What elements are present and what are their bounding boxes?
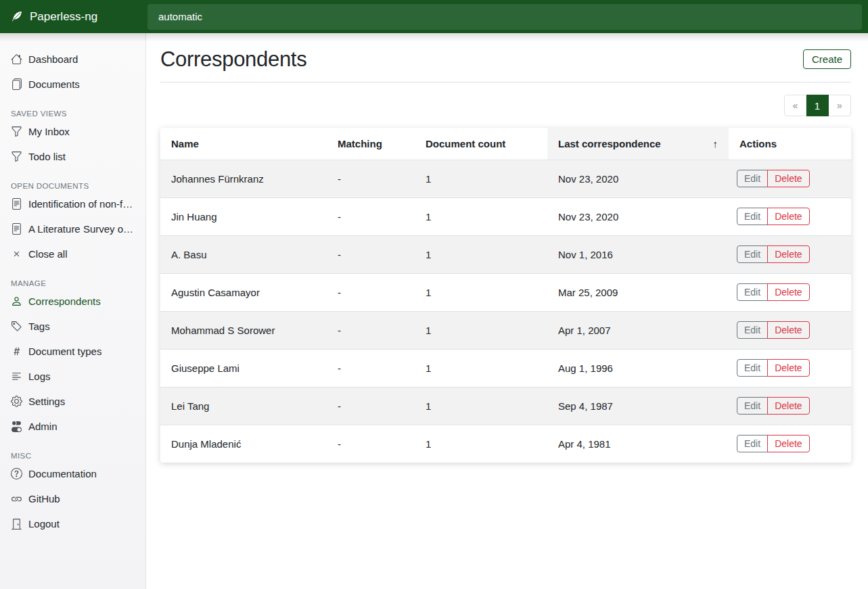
sidebar-item-label: Todo list (28, 151, 66, 162)
create-button[interactable]: Create (803, 49, 851, 69)
column-header-matching[interactable]: Matching (327, 128, 415, 160)
sidebar-item-logout[interactable]: Logout (0, 511, 145, 536)
delete-button[interactable]: Delete (767, 170, 809, 187)
sidebar-item-documents[interactable]: Documents (0, 72, 145, 97)
delete-button[interactable]: Delete (767, 283, 809, 301)
table-row: Lei Tang - 1 Sep 4, 1987 Edit Delete (160, 387, 851, 425)
row-actions: Edit Delete (737, 208, 810, 225)
row-actions: Edit Delete (737, 245, 810, 263)
matching-value: - (327, 387, 415, 425)
last-correspondence: Nov 23, 2020 (547, 160, 729, 197)
sidebar-item-label: A Literature Survey on ... (28, 223, 135, 235)
sidebar-section-title: MANAGE (0, 279, 145, 287)
sidebar-item-todo-list[interactable]: Todo list (0, 144, 145, 169)
close-icon (11, 248, 22, 260)
sidebar-item-label: Correspondents (28, 296, 101, 307)
edit-button[interactable]: Edit (737, 208, 768, 225)
delete-button[interactable]: Delete (767, 321, 809, 339)
edit-button[interactable]: Edit (737, 397, 768, 415)
document-count: 1 (415, 311, 547, 349)
app-brand[interactable]: Paperless-ng (0, 0, 146, 33)
edit-button[interactable]: Edit (737, 283, 768, 301)
brand-label: Paperless-ng (30, 10, 97, 24)
home-icon (11, 53, 22, 65)
person-icon (11, 296, 22, 307)
sidebar-item-documentation[interactable]: Documentation (0, 461, 145, 486)
pagination-next-button[interactable]: » (829, 95, 851, 116)
last-correspondence: Mar 25, 2009 (547, 273, 729, 311)
toggles-icon (11, 421, 22, 432)
sidebar-item-label: Logs (28, 371, 51, 382)
pagination-prev-button[interactable]: « (784, 95, 806, 116)
edit-button[interactable]: Edit (737, 321, 768, 339)
table-row: A. Basu - 1 Nov 1, 2016 Edit Delete (160, 235, 851, 273)
sidebar-item-label: Documentation (28, 468, 97, 479)
matching-value: - (327, 425, 415, 463)
last-correspondence: Aug 1, 1996 (547, 349, 729, 387)
file-text-icon (11, 223, 22, 235)
sidebar-section-title: MISC (0, 452, 145, 460)
delete-button[interactable]: Delete (767, 397, 809, 415)
main-content: Correspondents Create « 1 » Name Match (146, 33, 868, 589)
correspondents-table: Name Matching Document count Last corres… (160, 128, 851, 463)
table-header-row: Name Matching Document count Last corres… (160, 128, 851, 160)
delete-button[interactable]: Delete (767, 435, 809, 452)
correspondent-name: Dunja Mladenić (160, 425, 327, 463)
sidebar-item-label: My Inbox (28, 126, 70, 137)
table-row: Agustin Casamayor - 1 Mar 25, 2009 Edit … (160, 273, 851, 311)
column-header-last-correspondence[interactable]: Last correspondence ↑ (547, 128, 729, 160)
edit-button[interactable]: Edit (737, 435, 768, 452)
row-actions: Edit Delete (737, 170, 810, 187)
sidebar-item-label: Documents (28, 78, 80, 90)
sidebar-item-label: Identification of non-fu... (28, 198, 135, 210)
sidebar-item-tags[interactable]: Tags (0, 314, 145, 339)
row-actions: Edit Delete (737, 435, 810, 452)
delete-button[interactable]: Delete (767, 245, 809, 263)
hash-icon (11, 346, 22, 357)
column-header-label: Last correspondence (558, 138, 661, 149)
pagination-page-1-button[interactable]: 1 (806, 95, 829, 116)
sort-ascending-icon: ↑ (713, 138, 718, 149)
table-row: Giuseppe Lami - 1 Aug 1, 1996 Edit Delet… (160, 349, 851, 387)
door-icon (11, 518, 22, 529)
matching-value: - (327, 197, 415, 235)
sidebar-item-my-inbox[interactable]: My Inbox (0, 119, 145, 144)
sidebar-item-dashboard[interactable]: Dashboard (0, 47, 145, 72)
edit-button[interactable]: Edit (737, 170, 768, 187)
column-header-document-count[interactable]: Document count (415, 128, 547, 160)
file-text-icon (11, 198, 22, 210)
sidebar-item-document-types[interactable]: Document types (0, 339, 145, 364)
delete-button[interactable]: Delete (767, 208, 809, 225)
matching-value: - (327, 160, 415, 197)
sidebar-item-a-literature-survey-on[interactable]: A Literature Survey on ... (0, 216, 145, 241)
document-count: 1 (415, 387, 547, 425)
sidebar-item-identification-of-non-fu[interactable]: Identification of non-fu... (0, 191, 145, 216)
filter-icon (11, 126, 22, 137)
sidebar-section-title: SAVED VIEWS (0, 110, 145, 118)
link-icon (11, 493, 22, 504)
delete-button[interactable]: Delete (767, 359, 809, 377)
sidebar-item-logs[interactable]: Logs (0, 364, 145, 389)
edit-button[interactable]: Edit (737, 245, 768, 263)
sidebar-item-correspondents[interactable]: Correspondents (0, 289, 145, 314)
sidebar-item-label: Admin (28, 421, 58, 432)
last-correspondence: Apr 1, 2007 (547, 311, 729, 349)
document-count: 1 (415, 197, 547, 235)
column-header-name[interactable]: Name (160, 128, 327, 160)
sidebar-item-label: Document types (28, 346, 101, 357)
sidebar-item-close-all[interactable]: Close all (0, 241, 145, 266)
correspondent-name: Lei Tang (160, 387, 327, 425)
question-circle-icon (11, 468, 22, 479)
sidebar-item-label: Close all (28, 248, 68, 260)
correspondents-table-card: Name Matching Document count Last corres… (160, 128, 851, 463)
top-navbar: Paperless-ng (0, 0, 868, 33)
gear-icon (11, 396, 22, 407)
logs-icon (11, 371, 22, 382)
edit-button[interactable]: Edit (737, 359, 768, 377)
global-search-input[interactable] (147, 4, 862, 30)
sidebar-item-admin[interactable]: Admin (0, 414, 145, 439)
sidebar-item-settings[interactable]: Settings (0, 389, 145, 414)
sidebar-item-label: GitHub (28, 493, 60, 504)
row-actions: Edit Delete (737, 283, 810, 301)
sidebar-item-github[interactable]: GitHub (0, 486, 145, 511)
